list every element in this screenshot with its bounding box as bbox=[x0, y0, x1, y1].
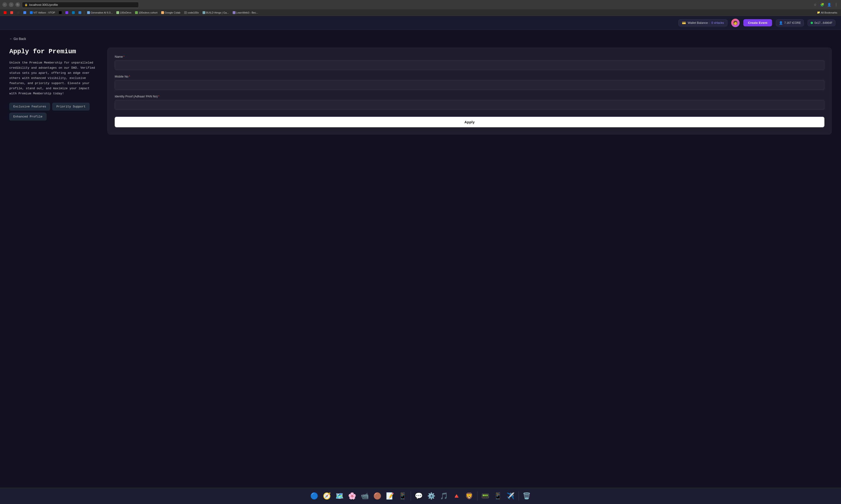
dock-logseq[interactable]: 🔺 bbox=[451, 490, 462, 502]
dock-contacts[interactable]: 🟤 bbox=[372, 490, 383, 502]
dock-whatsapp[interactable]: 📱 bbox=[493, 490, 504, 502]
mobile-input[interactable] bbox=[115, 80, 824, 90]
bookmark-learnweb3-label: LearnWeb3 - Bec... bbox=[236, 11, 258, 14]
bookmark-100xdevs[interactable]: 100xDevs bbox=[115, 11, 133, 15]
github-icon bbox=[17, 11, 20, 14]
bookmark-youtube[interactable] bbox=[2, 11, 8, 15]
code100x-icon bbox=[184, 11, 187, 14]
enhanced-profile-tag[interactable]: Enhanced Profile bbox=[10, 113, 47, 121]
wallet-label: Wallet Balance : bbox=[688, 21, 710, 24]
forward-button[interactable]: → bbox=[9, 2, 14, 7]
dock-settings[interactable]: ⚙️ bbox=[426, 490, 437, 502]
avatar[interactable]: 🧑 bbox=[731, 19, 740, 27]
colab-icon bbox=[161, 11, 164, 14]
create-event-button[interactable]: Create Event bbox=[744, 19, 772, 26]
name-required: * bbox=[123, 55, 125, 58]
bookmark-code100x[interactable]: code100x bbox=[183, 11, 200, 15]
learnweb3-icon bbox=[233, 11, 235, 14]
linkedin-icon bbox=[72, 11, 75, 14]
name-form-group: Name* bbox=[115, 55, 824, 70]
profile-icon[interactable]: 👤 bbox=[826, 2, 831, 7]
wallet-address-text: 0x17...64864F bbox=[815, 21, 833, 24]
address-bar[interactable]: 🔒 localhost:3001/profile bbox=[22, 2, 139, 8]
gmail-icon bbox=[10, 11, 13, 14]
url-text: localhost:3001/profile bbox=[29, 3, 58, 6]
gen-ai-icon bbox=[87, 11, 90, 14]
app-header: 💳 Wallet Balance : 0 xHacks 🧑 Create Eve… bbox=[0, 16, 841, 30]
all-bookmarks-button[interactable]: 📁 All Bookmarks bbox=[816, 11, 839, 15]
lock-icon: 🔒 bbox=[24, 3, 28, 6]
youtube-icon bbox=[4, 11, 6, 14]
build-icon bbox=[202, 11, 205, 14]
go-back-label: ← Go Back bbox=[10, 37, 26, 41]
priority-support-tag[interactable]: Priority Support bbox=[52, 103, 89, 110]
bookmark-linkedin[interactable] bbox=[71, 11, 76, 15]
bookmark-color[interactable] bbox=[22, 11, 28, 15]
dock-photos[interactable]: 🌸 bbox=[347, 490, 358, 502]
color-icon bbox=[23, 11, 26, 14]
bookmark-build[interactable]: BUILD things | Ga... bbox=[201, 11, 230, 15]
dock-spotify[interactable]: 🎵 bbox=[439, 490, 450, 502]
dock-separator-3 bbox=[519, 491, 519, 501]
wallet-address-badge: 0x17...64864F bbox=[808, 20, 835, 26]
identity-label-text: Identity Proof (Adhaar/ PAN No) bbox=[115, 95, 158, 98]
cohort-icon bbox=[135, 11, 138, 14]
identity-input[interactable] bbox=[115, 100, 824, 110]
bookmark-gmail[interactable] bbox=[9, 11, 15, 15]
bookmark-github[interactable] bbox=[15, 11, 21, 15]
bookmark-b[interactable] bbox=[64, 11, 70, 15]
exclusive-features-tag[interactable]: Exclusive Features bbox=[10, 103, 50, 110]
identity-form-group: Identity Proof (Adhaar/ PAN No)* bbox=[115, 95, 824, 110]
dock-facetime[interactable]: 📹 bbox=[359, 490, 371, 502]
back-button[interactable]: ← bbox=[2, 2, 7, 7]
dock-maps[interactable]: 🗺️ bbox=[334, 490, 345, 502]
left-panel: Apply for Premium Unlock the Premium Mem… bbox=[10, 48, 98, 121]
dock-discord[interactable]: 💬 bbox=[413, 490, 425, 502]
wallet-icon: 💳 bbox=[682, 21, 686, 25]
dock-notes[interactable]: 📝 bbox=[384, 490, 396, 502]
name-label: Name* bbox=[115, 55, 824, 58]
dock-appstore[interactable]: 📱 bbox=[397, 490, 408, 502]
bookmark-learnweb3[interactable]: LearnWeb3 - Bec... bbox=[231, 11, 260, 15]
toolbar-right: ☆ 🧩 👤 ⋮ bbox=[812, 2, 839, 7]
apply-button[interactable]: Apply bbox=[115, 117, 824, 127]
dock-safari[interactable]: 🧭 bbox=[321, 490, 333, 502]
menu-icon[interactable]: ⋮ bbox=[834, 2, 839, 7]
dock-telegram[interactable]: ✈️ bbox=[505, 490, 516, 502]
go-back-button[interactable]: ← Go Back bbox=[10, 37, 26, 41]
identity-required: * bbox=[158, 95, 159, 98]
twitter-icon bbox=[59, 11, 62, 14]
bookmark-star-icon[interactable]: ☆ bbox=[812, 2, 818, 7]
mobile-label-text: Mobile No bbox=[115, 75, 128, 78]
feature-tags: Exclusive Features Priority Support Enha… bbox=[10, 103, 98, 121]
identity-label: Identity Proof (Adhaar/ PAN No)* bbox=[115, 95, 824, 98]
vtop-icon bbox=[30, 11, 33, 14]
bookmark-colab[interactable]: Google Colab bbox=[160, 11, 182, 15]
dock-finder[interactable]: 🔵 bbox=[309, 490, 320, 502]
bookmark-ts[interactable] bbox=[77, 11, 83, 15]
all-bookmarks-label: All Bookmarks bbox=[821, 11, 837, 14]
bookmark-twitter[interactable] bbox=[57, 11, 63, 15]
dock-terminal[interactable]: 📟 bbox=[480, 490, 491, 502]
wallet-amount: 0 xHacks bbox=[711, 21, 724, 24]
bookmark-vtop-label: VIT Vellore - VTOP bbox=[33, 11, 55, 14]
dock-trash[interactable]: 🗑️ bbox=[521, 490, 532, 502]
dock-separator-1 bbox=[411, 491, 411, 501]
dock-brave[interactable]: 🦁 bbox=[464, 490, 475, 502]
dock: 🔵 🧭 🗺️ 🌸 📹 🟤 📝 📱 💬 ⚙️ 🎵 🔺 🦁 📟 📱 ✈️ 🗑️ bbox=[0, 488, 841, 504]
name-input[interactable] bbox=[115, 60, 824, 70]
100x-icon bbox=[117, 11, 119, 14]
bookmark-build-label: BUILD things | Ga... bbox=[206, 11, 229, 14]
bookmark-generative-ai[interactable]: Generative AI 6.0... bbox=[86, 11, 114, 15]
reload-button[interactable]: ↻ bbox=[15, 2, 20, 7]
bookmark-vtop[interactable]: VIT Vellore - VTOP bbox=[29, 11, 56, 15]
page-layout: Apply for Premium Unlock the Premium Mem… bbox=[10, 48, 831, 134]
bookmark-colab-label: Google Colab bbox=[165, 11, 180, 14]
wallet-balance: 💳 Wallet Balance : 0 xHacks bbox=[678, 19, 728, 26]
extension-icon[interactable]: 🧩 bbox=[820, 2, 825, 7]
ts-icon bbox=[78, 11, 81, 14]
name-label-text: Name bbox=[115, 55, 123, 58]
tcore-icon: 👤 bbox=[779, 21, 783, 25]
connected-dot bbox=[811, 22, 813, 24]
bookmark-100xdevs-cohort[interactable]: 100xdevs cohort bbox=[133, 11, 159, 15]
